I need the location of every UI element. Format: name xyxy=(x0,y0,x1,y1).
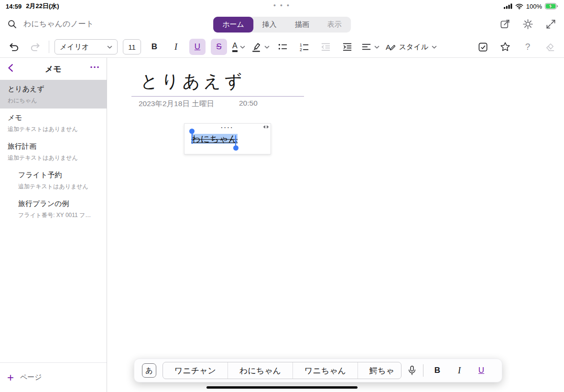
search-icon[interactable] xyxy=(7,19,17,29)
redo-icon[interactable] xyxy=(27,39,43,55)
underline-button[interactable]: U xyxy=(189,39,206,55)
sidebar-header: メモ xyxy=(0,58,107,79)
nav-right xyxy=(499,11,556,36)
outdent-icon[interactable] xyxy=(318,39,334,55)
settings-gear-icon[interactable] xyxy=(522,19,533,30)
page-title[interactable]: とりあえず xyxy=(141,70,245,93)
sidebar-page-item[interactable]: とりあえず わにちゃん xyxy=(0,80,107,109)
star-tag-icon[interactable] xyxy=(497,39,513,55)
suggestion-candidate[interactable]: ワニちゃん xyxy=(293,362,358,379)
signal-bars-icon xyxy=(504,3,512,9)
selection-handle-end-line[interactable] xyxy=(235,135,236,146)
page-item-subtitle: 追加テキストはありません xyxy=(8,154,99,162)
multitask-dots-icon: ● ● ● xyxy=(273,3,291,8)
note-canvas[interactable]: とりあえず 2023年2月18日 土曜日 20:50 •••• わにちゃん xyxy=(108,58,564,392)
font-name-select[interactable]: メイリオ xyxy=(54,39,118,54)
chevron-down-icon xyxy=(374,45,380,49)
kana-input-mode-key[interactable]: あ xyxy=(142,363,156,378)
sidebar-page-item[interactable]: フライト予約 追加テキストはありません xyxy=(0,166,107,195)
suggestion-candidate[interactable]: ワニチャン xyxy=(163,362,228,379)
quick-italic-button[interactable]: I xyxy=(451,366,467,376)
alignment-button[interactable] xyxy=(361,42,380,53)
numbered-list-icon[interactable]: 12 xyxy=(296,39,313,55)
page-list: とりあえず わにちゃん メモ 追加テキストはありません 旅行計画 追加テキストは… xyxy=(0,80,107,223)
status-time: 14:59 xyxy=(6,3,22,10)
notebook-name[interactable]: わにちゃんのノート xyxy=(23,19,94,29)
page-item-subtitle: 追加テキストはありません xyxy=(18,183,99,191)
ribbon-right-group: ? xyxy=(475,39,558,55)
tab-insert[interactable]: 挿入 xyxy=(253,17,286,33)
formatting-toolbar: メイリオ 11 B I U S A 12 xyxy=(0,36,564,58)
add-page-label: ページ xyxy=(20,373,42,382)
keyboard-shortcut-bar: あ ワニチャン わにちゃん ワニちゃん 鰐ちゃ B I U xyxy=(134,359,502,382)
home-indicator[interactable] xyxy=(206,386,358,389)
dictation-mic-icon[interactable] xyxy=(407,365,417,376)
highlighter-button[interactable] xyxy=(250,41,270,53)
quick-underline-button[interactable]: U xyxy=(473,366,489,375)
svg-text:2: 2 xyxy=(300,47,302,52)
page-item-subtitle: 追加テキストはありません xyxy=(8,125,99,133)
chevron-down-icon xyxy=(107,45,112,49)
toolbar-divider xyxy=(49,41,49,53)
page-item-subtitle: フライト番号: XY 0011 フ… xyxy=(18,211,99,219)
eraser-icon[interactable] xyxy=(542,39,558,55)
status-right: 100% xyxy=(504,3,558,10)
suggestion-strip: ワニチャン わにちゃん ワニちゃん 鰐ちゃ xyxy=(163,362,401,379)
font-size-value: 11 xyxy=(128,43,136,51)
styles-button[interactable]: A スタイル xyxy=(385,42,437,53)
chevron-down-icon xyxy=(264,45,270,49)
indent-icon[interactable] xyxy=(339,39,356,55)
align-lines-icon xyxy=(361,42,372,53)
chevron-down-icon xyxy=(240,45,245,49)
tab-home[interactable]: ホーム xyxy=(213,17,253,33)
suggestion-candidate[interactable]: わにちゃん xyxy=(228,362,293,379)
sidebar-page-item[interactable]: 旅行計画 追加テキストはありません xyxy=(0,137,107,166)
shortcut-bar-divider xyxy=(423,364,423,377)
status-bar: 14:59 2月22日(水) ● ● ● 100% xyxy=(0,0,564,11)
sidebar-page-item[interactable]: 旅行プランの例 フライト番号: XY 0011 フ… xyxy=(0,195,107,223)
selection-handle-end[interactable] xyxy=(233,145,239,151)
font-size-select[interactable]: 11 xyxy=(123,39,141,54)
italic-button[interactable]: I xyxy=(168,39,184,55)
page-list-sidebar: メモ とりあえず わにちゃん メモ 追加テキストはありません 旅行計画 追加テキ… xyxy=(0,58,107,392)
selected-text[interactable]: わにちゃん xyxy=(191,134,238,144)
help-button[interactable]: ? xyxy=(520,42,536,52)
page-time: 20:50 xyxy=(239,99,258,108)
bold-button[interactable]: B xyxy=(146,39,163,55)
tab-view[interactable]: 表示 xyxy=(318,17,351,33)
ribbon-tab-strip: ホーム 挿入 描画 表示 xyxy=(213,17,351,33)
text-container[interactable]: •••• わにちゃん xyxy=(184,123,271,154)
todo-tag-icon[interactable] xyxy=(475,39,491,55)
selection-handle-start-line[interactable] xyxy=(192,133,193,144)
page-item-title: メモ xyxy=(8,113,99,122)
add-page-button[interactable]: + ページ xyxy=(0,362,107,392)
strikethrough-button[interactable]: S xyxy=(211,39,227,55)
more-options-icon[interactable] xyxy=(89,65,100,69)
tab-draw[interactable]: 描画 xyxy=(286,17,318,33)
status-date: 2月22日(水) xyxy=(26,2,59,11)
sidebar-page-item[interactable]: メモ 追加テキストはありません xyxy=(0,109,107,137)
bullet-list-icon[interactable] xyxy=(275,39,291,55)
expand-fullscreen-icon[interactable] xyxy=(545,19,556,30)
style-a-pencil-icon: A xyxy=(385,42,396,53)
container-drag-handle[interactable]: •••• xyxy=(184,124,271,131)
chevron-down-icon xyxy=(432,45,437,49)
page-item-subtitle: わにちゃん xyxy=(8,97,99,105)
suggestion-candidate[interactable]: 鰐ちゃ xyxy=(358,362,401,379)
plus-icon: + xyxy=(7,372,14,383)
nav-bar: わにちゃんのノート ホーム 挿入 描画 表示 xyxy=(0,11,564,36)
page-date: 2023年2月18日 土曜日 xyxy=(139,99,214,109)
container-nav-arrows-icon[interactable] xyxy=(262,125,270,129)
note-text-block[interactable]: わにちゃん xyxy=(184,131,271,147)
onenote-app-screen: 14:59 2月22日(水) ● ● ● 100% わにちゃんのノート ホーム xyxy=(0,0,564,392)
battery-charging-icon xyxy=(545,3,558,10)
undo-icon[interactable] xyxy=(6,39,22,55)
font-color-button[interactable]: A xyxy=(232,42,245,52)
drag-dots-icon: •••• xyxy=(221,126,234,130)
battery-percent: 100% xyxy=(526,3,542,10)
share-icon[interactable] xyxy=(499,19,510,30)
page-item-title: フライト予約 xyxy=(18,171,99,180)
page-item-title: 旅行プランの例 xyxy=(18,199,99,208)
title-underline xyxy=(131,96,304,97)
quick-bold-button[interactable]: B xyxy=(429,366,445,375)
